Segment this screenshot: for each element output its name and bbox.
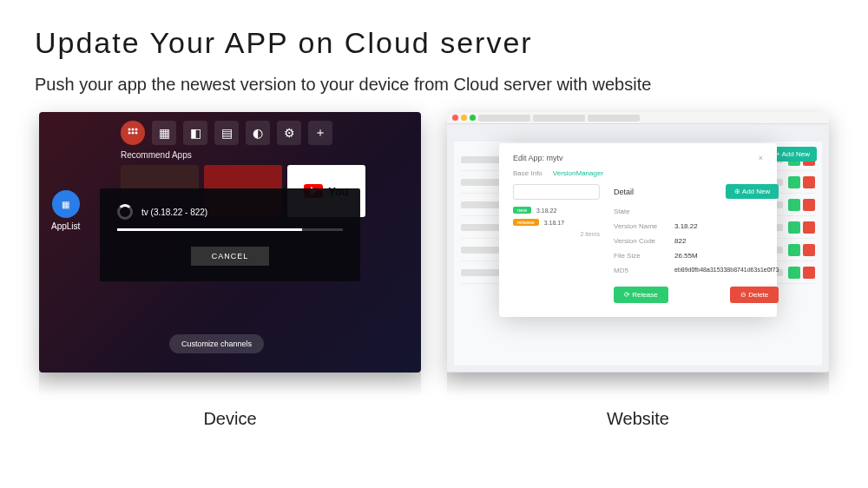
website-caption: Website xyxy=(607,409,669,429)
field-value: eb89d0fb48a315338b8741d63s1e0f73 xyxy=(674,267,779,274)
top-icon-row: ▦ ◧ ▤ ◐ ⚙ ＋ xyxy=(121,121,409,145)
shortcut-icon[interactable]: ◐ xyxy=(246,121,270,145)
detail-panel: Detail ⊕ Add New State Version Name3.18.… xyxy=(614,184,779,303)
version-tag: new xyxy=(513,207,531,214)
browser-chrome xyxy=(447,112,829,124)
shortcut-icon[interactable]: ▦ xyxy=(152,121,176,145)
progress-bar xyxy=(117,228,343,231)
tab-base-info[interactable]: Base Info xyxy=(513,169,542,177)
device-screenshot: ▦ ◧ ▤ ◐ ⚙ ＋ ▦ AppList Recommend Apps You xyxy=(39,112,421,373)
detail-heading: Detail xyxy=(614,188,634,196)
add-new-button[interactable]: ⊕ Add New xyxy=(726,184,779,199)
customize-channels-button[interactable]: Customize channels xyxy=(169,334,264,353)
download-title: tv (3.18.22 - 822) xyxy=(141,208,207,217)
page-subtitle: Push your app the newest version to your… xyxy=(35,72,746,96)
version-row[interactable]: release 3.18.17 xyxy=(513,219,600,226)
field-label: MD5 xyxy=(614,267,674,274)
version-tag: release xyxy=(513,219,539,226)
chrome-dot-icon xyxy=(461,115,467,121)
applist-button[interactable]: ▦ AppList xyxy=(51,190,80,231)
svg-point-1 xyxy=(132,129,135,131)
close-icon[interactable]: × xyxy=(759,154,763,162)
website-column: + Add New Edit App: mytv × Base Info xyxy=(447,112,829,429)
version-number: 3.18.22 xyxy=(536,208,556,214)
download-dialog: tv (3.18.22 - 822) CANCEL xyxy=(100,188,360,281)
field-value: 3.18.22 xyxy=(674,222,698,230)
shortcut-icon[interactable]: ▤ xyxy=(214,121,239,145)
field-label: Version Code xyxy=(614,237,674,245)
device-column: ▦ ◧ ▤ ◐ ⚙ ＋ ▦ AppList Recommend Apps You xyxy=(39,112,421,429)
cancel-button[interactable]: CANCEL xyxy=(191,247,269,266)
delete-button[interactable]: ⊖ Delete xyxy=(730,287,779,303)
version-list: new 3.18.22 release 3.18.17 2 items xyxy=(513,184,600,303)
settings-icon[interactable]: ⚙ xyxy=(277,121,301,145)
svg-point-4 xyxy=(132,132,135,135)
shortcut-icon[interactable]: ◧ xyxy=(183,121,207,145)
svg-point-0 xyxy=(128,129,131,131)
svg-point-5 xyxy=(135,132,138,135)
page-title: Update Your APP on Cloud server xyxy=(35,26,833,60)
website-screenshot: + Add New Edit App: mytv × Base Info xyxy=(447,112,829,373)
svg-point-2 xyxy=(135,129,138,131)
chrome-dot-icon xyxy=(470,115,476,121)
apps-grid-icon[interactable] xyxy=(121,121,145,145)
chrome-dot-icon xyxy=(452,115,458,121)
device-caption: Device xyxy=(203,409,256,429)
recommend-heading: Recommend Apps xyxy=(121,150,409,160)
svg-point-3 xyxy=(128,132,131,135)
field-label: Version Name xyxy=(614,222,674,230)
release-button[interactable]: ⟳ Release xyxy=(614,287,668,303)
pager-text: 2 items xyxy=(513,231,600,237)
edit-app-modal: Edit App: mytv × Base Info VersionManage… xyxy=(499,143,777,317)
applist-label: AppList xyxy=(51,221,80,231)
applist-icon: ▦ xyxy=(52,190,80,218)
field-value: 26.55M xyxy=(674,252,698,260)
field-label: State xyxy=(614,208,674,215)
add-icon[interactable]: ＋ xyxy=(308,121,332,145)
version-row[interactable]: new 3.18.22 xyxy=(513,207,600,214)
modal-title: Edit App: mytv xyxy=(513,154,563,162)
tab-version-manager[interactable]: VersionManager xyxy=(553,169,603,177)
reflection xyxy=(447,373,829,396)
search-input[interactable] xyxy=(513,184,600,200)
spinner-icon xyxy=(117,204,133,220)
reflection xyxy=(39,373,421,396)
field-value: 822 xyxy=(674,237,686,245)
version-number: 3.18.17 xyxy=(544,220,564,226)
field-label: File Size xyxy=(614,252,674,260)
modal-tabs: Base Info VersionManager xyxy=(513,169,763,177)
